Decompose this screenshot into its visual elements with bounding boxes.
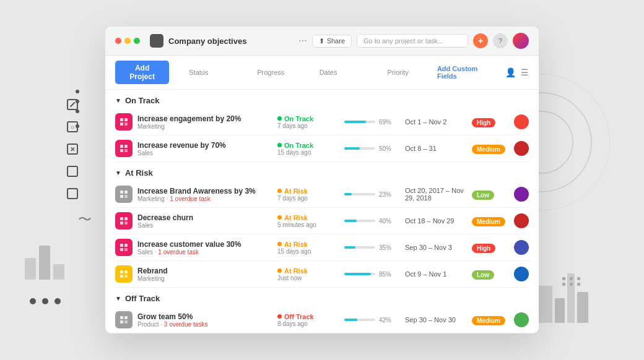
minimize-button[interactable] xyxy=(124,38,131,44)
status-sub: Just now xyxy=(277,275,339,281)
project-info: Increase engagement by 20% Marketing xyxy=(137,114,272,130)
status-cell: At Risk 7 days ago xyxy=(277,187,339,202)
share-button[interactable]: ⬆ Share xyxy=(312,35,352,48)
svg-rect-3 xyxy=(120,118,123,121)
progress-bar-fill xyxy=(344,246,355,249)
row-avatar xyxy=(514,187,529,202)
status-dot xyxy=(277,116,282,121)
svg-rect-6 xyxy=(124,122,128,126)
section-header-at-risk[interactable]: ▼ At Risk xyxy=(115,162,529,181)
section-header-off-track[interactable]: ▼ Off Track xyxy=(115,288,529,307)
priority-cell: Medium xyxy=(472,143,509,154)
progress-bar-bg xyxy=(344,220,375,222)
window-title: Company objectives xyxy=(168,36,294,46)
status-dot xyxy=(277,143,282,147)
status-sub: 7 days ago xyxy=(277,122,339,129)
svg-rect-16 xyxy=(124,217,128,220)
filter-icon[interactable]: ☰ xyxy=(521,67,529,77)
progress-pct: 35% xyxy=(379,244,391,251)
project-sub: Sales xyxy=(137,222,272,229)
help-button[interactable]: ? xyxy=(493,33,508,48)
more-options-button[interactable]: ··· xyxy=(298,35,307,46)
progress-cell: 40% xyxy=(344,218,400,225)
progress-bar-fill xyxy=(344,147,360,150)
project-icon xyxy=(115,113,133,131)
project-sub: Marketing xyxy=(137,123,272,130)
svg-rect-19 xyxy=(120,244,123,247)
status-badge: At Risk xyxy=(277,241,339,248)
project-name: Increase engagement by 20% xyxy=(137,114,272,123)
progress-bar-bg xyxy=(344,147,375,150)
project-info: Grow team 50% Product · 3 overdue tasks xyxy=(137,312,272,328)
user-avatar[interactable] xyxy=(513,33,529,49)
fullscreen-button[interactable] xyxy=(134,38,140,44)
close-button[interactable] xyxy=(115,38,121,44)
progress-bar-bg xyxy=(344,193,375,195)
project-icon xyxy=(115,239,133,256)
search-bar[interactable]: Go to any project or task... xyxy=(357,34,468,48)
chevron-icon: ▼ xyxy=(115,97,121,104)
status-cell: On Track 7 days ago xyxy=(277,115,339,129)
status-label: Off Track xyxy=(284,313,314,320)
priority-cell: Low xyxy=(472,189,509,200)
status-label: At Risk xyxy=(284,241,308,248)
titlebar: Company objectives ··· ⬆ Share Go to any… xyxy=(105,27,539,56)
project-name: Increase revenue by 70% xyxy=(137,141,272,150)
content-area: ▼ On Track Increase engagement by 20% Ma… xyxy=(105,90,539,333)
project-name: Grow team 50% xyxy=(137,312,272,321)
progress-cell: 35% xyxy=(344,244,400,251)
priority-badge: High xyxy=(472,118,495,127)
status-column-header: Status xyxy=(189,69,247,76)
status-badge: At Risk xyxy=(277,187,339,195)
svg-rect-15 xyxy=(120,217,123,220)
svg-rect-7 xyxy=(120,145,123,148)
priority-cell: High xyxy=(472,116,509,127)
priority-badge: Medium xyxy=(472,145,505,154)
add-project-button[interactable]: Add Project xyxy=(115,61,169,84)
dates-cell: Sep 30 – Nov 3 xyxy=(405,244,467,251)
project-sub: Sales xyxy=(137,150,272,156)
project-name: Increase Brand Awareness by 3% xyxy=(137,187,272,195)
priority-badge: Medium xyxy=(472,217,505,226)
add-button[interactable]: + xyxy=(473,33,488,48)
progress-bar-fill xyxy=(344,319,357,321)
project-info: Increase Brand Awareness by 3% Marketing… xyxy=(137,187,272,202)
status-label: On Track xyxy=(284,115,313,122)
dates-cell: Oct 9 – Nov 1 xyxy=(405,270,467,278)
svg-rect-9 xyxy=(120,149,123,152)
person-icon[interactable]: 👤 xyxy=(505,67,516,77)
project-icon xyxy=(115,311,133,328)
row-avatar xyxy=(514,213,529,228)
priority-column-header: Priority xyxy=(388,69,422,76)
priority-badge: High xyxy=(472,244,495,253)
progress-cell: 85% xyxy=(344,271,400,278)
add-custom-fields-button[interactable]: Add Custom Fields xyxy=(437,65,495,80)
status-badge: On Track xyxy=(277,115,339,122)
status-sub: 5 minutes ago xyxy=(277,221,339,228)
progress-pct: 40% xyxy=(379,218,391,225)
section-label: At Risk xyxy=(125,168,153,178)
svg-rect-26 xyxy=(124,275,128,278)
dates-cell: Oct 20, 2017 – Nov 29, 2018 xyxy=(405,187,467,202)
traffic-lights xyxy=(115,38,140,44)
status-cell: At Risk Just now xyxy=(277,267,339,281)
progress-bar-fill xyxy=(344,220,357,222)
row-avatar xyxy=(514,141,529,156)
status-label: On Track xyxy=(284,142,313,149)
progress-bar-bg xyxy=(344,273,375,275)
table-row: Decrease churn Sales At Risk 5 minutes a… xyxy=(115,208,529,234)
svg-rect-27 xyxy=(120,316,123,319)
progress-cell: 50% xyxy=(344,145,400,152)
section-header-on-track[interactable]: ▼ On Track xyxy=(115,90,529,109)
progress-pct: 69% xyxy=(379,119,391,126)
svg-rect-23 xyxy=(120,270,123,273)
priority-cell: Low xyxy=(472,268,509,280)
project-sub: Marketing xyxy=(137,275,272,282)
priority-badge: Low xyxy=(472,191,494,200)
progress-cell: 23% xyxy=(344,191,400,198)
share-icon: ⬆ xyxy=(319,37,324,45)
status-badge: At Risk xyxy=(277,267,339,275)
progress-pct: 85% xyxy=(379,271,391,278)
project-name: Rebrand xyxy=(137,267,272,275)
svg-rect-30 xyxy=(124,320,128,324)
